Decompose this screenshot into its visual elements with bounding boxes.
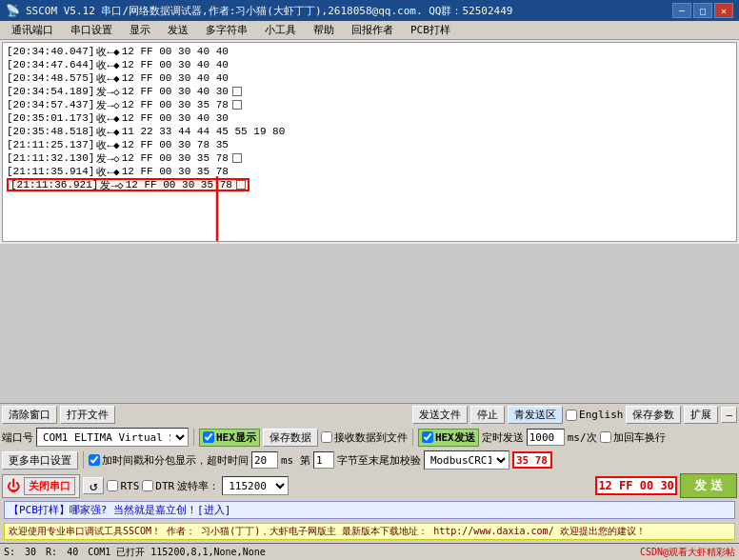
open-file-button[interactable]: 打开文件	[60, 406, 115, 424]
menu-multistring[interactable]: 多字符串	[198, 22, 255, 38]
log-line-7: [21:11:25.137] 收←◆ 12 FF 00 30 78 35	[7, 138, 732, 151]
log-line-2: [20:34:48.575] 收←◆ 12 FF 00 30 40 40	[7, 71, 732, 85]
com-status: COM1 已打开 115200,8,1,None,None	[88, 546, 266, 559]
baud-label: 波特率：	[177, 479, 219, 493]
log-line-5: [20:35:01.173] 收←◆ 12 FF 00 30 40 30	[7, 111, 732, 125]
hex-display-label: HEX显示	[216, 430, 256, 445]
add-cr-text: 加回车换行	[613, 430, 666, 445]
ctrl-row-1: 清除窗口 打开文件 发送文件 停止 青发送区 English 保存参数 扩展 —	[2, 406, 737, 424]
timestamp-label: 加时间戳和分包显示，超时时间	[102, 453, 249, 468]
recv-to-file-checkbox[interactable]	[321, 431, 332, 443]
timestamp-checkbox-label[interactable]: 加时间戳和分包显示，超时时间	[89, 453, 249, 468]
log-line-6: [20:35:48.518] 收←◆ 11 22 33 44 44 45 55 …	[7, 125, 732, 138]
bottom-area: 清除窗口 打开文件 发送文件 停止 青发送区 English 保存参数 扩展 —…	[0, 403, 739, 543]
baud-select[interactable]: 115200	[222, 476, 289, 495]
recv-to-file-label[interactable]: 接收数据到文件	[321, 430, 408, 445]
hex-display-checkbox[interactable]	[203, 431, 214, 443]
log-line-8: [21:11:32.130] 发→◇ 12 FF 00 30 35 78	[7, 151, 732, 165]
menu-donate[interactable]: 回报作者	[344, 22, 401, 38]
crc-value-input[interactable]	[512, 451, 552, 469]
save-param-button[interactable]: 保存参数	[626, 406, 681, 424]
minimize-button[interactable]: ─	[672, 3, 691, 18]
timeout-ms-input[interactable]	[251, 451, 278, 469]
english-label: English	[579, 409, 623, 421]
s-value: 30	[25, 547, 36, 557]
log-line-1: [20:34:47.644] 收←◆ 12 FF 00 30 40 40	[7, 58, 732, 71]
menu-tools[interactable]: 小工具	[257, 22, 304, 38]
menu-send[interactable]: 发送	[160, 22, 196, 38]
menu-serial-settings[interactable]: 串口设置	[63, 22, 120, 38]
pcb-text: 【PCB打样】哪家强? 当然就是嘉立创！[进入]	[9, 504, 230, 516]
log-line-highlighted: [21:11:36.921] 发→◇ 12 FF 00 30 35 78	[7, 178, 250, 191]
dtr-checkbox[interactable]	[142, 480, 153, 491]
menu-comport[interactable]: 通讯端口	[4, 22, 61, 38]
log-line-3: [20:34:54.189] 发→◇ 12 FF 00 30 40 30	[7, 85, 732, 98]
csdn-text: CSDN@观看大虾精彩帖	[640, 546, 735, 559]
close-port-button[interactable]: 关闭串口	[24, 477, 75, 495]
expand-dash-button[interactable]: —	[721, 407, 737, 423]
add-cr-checkbox[interactable]	[600, 431, 611, 443]
modbus-select[interactable]: ModbusCRC16	[424, 450, 509, 470]
r-value: 40	[67, 547, 78, 557]
recv-to-file-text: 接收数据到文件	[334, 430, 408, 445]
dtr-label[interactable]: DTR	[142, 480, 174, 492]
send-data-input[interactable]	[598, 479, 674, 492]
timestamp-checkbox[interactable]	[89, 454, 100, 466]
r-label: R:	[46, 547, 57, 557]
timed-send-label: 定时发送	[482, 430, 524, 445]
ctrl-row-2: 端口号 COM1 ELTIMA Virtual Serial HEX显示 保存数…	[2, 428, 737, 447]
rts-text: RTS	[120, 480, 139, 492]
timed-unit-label: ms/次	[568, 430, 597, 445]
refresh-button[interactable]: ↺	[83, 477, 104, 494]
menu-bar: 通讯端口 串口设置 显示 发送 多字符串 小工具 帮助 回报作者 PCB打样	[0, 21, 739, 40]
hex-send-checkbox-label[interactable]: HEX发送	[418, 429, 479, 447]
log-line-0: [20:34:40.047] 收←◆ 12 FF 00 30 40 40	[7, 45, 732, 58]
power-icon[interactable]: ⏻	[7, 478, 20, 493]
timed-ms-input[interactable]: 1000	[527, 429, 565, 446]
clear-window-button[interactable]: 清除窗口	[2, 406, 57, 424]
menu-pcb[interactable]: PCB打样	[403, 22, 458, 38]
s-label: S:	[4, 547, 15, 557]
menu-help[interactable]: 帮助	[306, 22, 342, 38]
maximize-button[interactable]: □	[693, 3, 712, 18]
close-button[interactable]: ✕	[714, 3, 733, 18]
log-area: [20:34:40.047] 收←◆ 12 FF 00 30 40 40 [20…	[2, 42, 737, 242]
info-bar: 欢迎使用专业串口调试工具SSCOM！ 作者： 习小猫(丁丁)，大虾电子网版主 最…	[4, 523, 735, 540]
log-line-4: [20:34:57.437] 发→◇ 12 FF 00 30 35 78	[7, 98, 732, 111]
main-area: [20:34:40.047] 收←◆ 12 FF 00 30 40 40 [20…	[0, 40, 739, 560]
app-title: SSCOM V5.12 串口/网络数据调试器,作者:习小猫(大虾丁丁),2618…	[26, 4, 512, 18]
port-label: 端口号	[2, 430, 33, 445]
byte-check-label: 字节至末尾加校验	[337, 453, 421, 468]
info-text: 欢迎使用专业串口调试工具SSCOM！ 作者： 习小猫(丁丁)，大虾电子网版主 最…	[9, 526, 646, 536]
port-select[interactable]: COM1 ELTIMA Virtual Serial	[36, 428, 189, 447]
expand-button[interactable]: 扩展	[684, 406, 718, 424]
ctrl-row-3: 更多串口设置 加时间戳和分包显示，超时时间 ms 第 字节至末尾加校验 Modb…	[2, 450, 737, 470]
hex-send-checkbox[interactable]	[422, 431, 433, 443]
timeout-unit-label: ms 第	[281, 453, 310, 468]
more-port-button[interactable]: 更多串口设置	[2, 451, 78, 470]
send-button[interactable]: 发 送	[680, 473, 737, 498]
dtr-text: DTR	[155, 480, 174, 492]
stop-button[interactable]: 停止	[470, 406, 505, 424]
hex-send-label: HEX发送	[435, 430, 475, 445]
status-bar: S: 30 R: 40 COM1 已打开 115200,8,1,None,Non…	[0, 543, 739, 560]
menu-display[interactable]: 显示	[122, 22, 158, 38]
english-checkbox[interactable]	[566, 410, 577, 421]
english-checkbox-label[interactable]: English	[566, 409, 623, 421]
add-cr-label[interactable]: 加回车换行	[600, 430, 666, 445]
log-line-9: [21:11:35.914] 收←◆ 12 FF 00 30 35 78	[7, 165, 732, 178]
app-icon: 📡	[6, 4, 20, 17]
send-zone-button[interactable]: 青发送区	[508, 406, 563, 424]
byte-field[interactable]	[313, 451, 334, 469]
rts-checkbox[interactable]	[107, 480, 118, 491]
rts-label[interactable]: RTS	[107, 480, 139, 492]
pcb-bar: 【PCB打样】哪家强? 当然就是嘉立创！[进入]	[4, 501, 735, 519]
ctrl-row-4: ⏻ 关闭串口 ↺ RTS DTR 波特率： 115200 发 送	[2, 473, 737, 498]
hex-display-checkbox-label[interactable]: HEX显示	[199, 429, 260, 447]
save-data-button[interactable]: 保存数据	[263, 429, 318, 447]
title-bar: 📡 SSCOM V5.12 串口/网络数据调试器,作者:习小猫(大虾丁丁),26…	[0, 0, 739, 21]
send-file-button[interactable]: 发送文件	[412, 406, 468, 424]
